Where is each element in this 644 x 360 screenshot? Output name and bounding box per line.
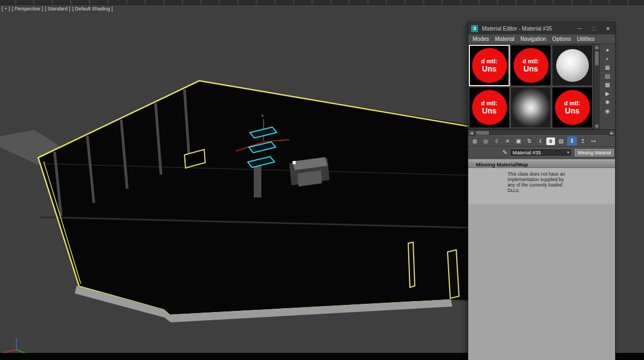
options-icon[interactable]: ✱ [602, 98, 613, 106]
material-slot-6[interactable]: d mtl: Uns [552, 87, 593, 128]
sample-slots-area: d mtl: Uns d mtl: Uns d mtl: Un [468, 44, 615, 129]
door-frame-1 [408, 242, 415, 287]
rollout-text-line: implementation supplied by [508, 177, 615, 182]
maximize-button[interactable]: ▢ [587, 22, 601, 34]
rollout-text-line: This class does not have an [508, 171, 615, 177]
material-editor-window: 3 Material Editor - Material #35 — ▢ ✕ M… [468, 22, 616, 360]
get-material-icon[interactable]: ◍ [470, 136, 480, 146]
sample-slot-grid: d mtl: Uns d mtl: Uns d mtl: Un [468, 44, 594, 129]
material-type-button[interactable]: Missing Material [575, 149, 614, 157]
missing-material-preview: d mtl: Uns [472, 90, 507, 125]
slot-vertical-scrollbar[interactable]: ▲ ▼ [594, 44, 600, 129]
material-name-row: ✎ Material #35 ▾ Missing Material [468, 147, 615, 159]
material-editor-menubar: Modes Material Navigation Options Utilit… [468, 34, 615, 44]
sphere-preview [556, 49, 589, 82]
material-name-value: Material #35 [512, 149, 541, 155]
sample-type-icon[interactable]: ● [602, 45, 613, 54]
minimize-button[interactable]: — [573, 22, 587, 34]
rollout-collapse-icon: − [468, 161, 476, 167]
material-id-channel-icon[interactable]: 0 [546, 137, 555, 145]
menu-options[interactable]: Options [552, 36, 571, 42]
video-color-check-icon[interactable]: ▩ [602, 80, 613, 89]
put-to-library-icon[interactable]: ⇓ [535, 136, 545, 146]
material-slot-3[interactable] [552, 45, 593, 86]
viewport-general-menu[interactable]: [ + ] [2, 6, 10, 11]
menu-material[interactable]: Material [495, 36, 515, 42]
scrollbar-thumb[interactable] [594, 51, 599, 66]
rollout-text-line: any of the currently loaded [508, 182, 615, 188]
app-icon: 3 [471, 25, 478, 32]
go-to-parent-icon[interactable]: ↥ [578, 136, 588, 146]
menu-navigation[interactable]: Navigation [521, 36, 546, 42]
show-shaded-material-icon[interactable]: ▨ [556, 136, 566, 146]
material-toolbar: ◍ ◎ ◊ ✕ ▣ ⇅ ⇓ 0 ▨ ‖ ↥ ↦ [468, 135, 615, 147]
viewport-label: [ + ] [ Perspective ] [ Standard ] [ Def… [2, 6, 113, 11]
scroll-up-icon[interactable]: ▲ [594, 44, 600, 50]
application-window: z [ + ] [ Perspective ] [ Standard ] [ D… [0, 0, 644, 360]
material-slot-1[interactable]: d mtl: Uns [469, 45, 510, 86]
viewport-shading-menu[interactable]: [ Default Shading ] [72, 6, 112, 11]
scroll-left-icon[interactable]: ◀ [468, 130, 475, 136]
world-axis-gizmo [3, 338, 28, 355]
missing-material-rollout-header[interactable]: − Missing Material/Map [468, 160, 615, 168]
go-forward-to-sibling-icon[interactable]: ↦ [589, 136, 599, 146]
window-title: Material Editor - Material #35 [478, 26, 573, 32]
missing-material-preview: d mtl: Uns [514, 48, 548, 83]
make-material-copy-icon[interactable]: ▣ [514, 136, 523, 146]
menu-utilities[interactable]: Utilities [577, 36, 594, 42]
select-by-material-icon[interactable]: ◉ [602, 106, 613, 115]
selected-shelves[interactable] [248, 127, 277, 167]
assign-material-to-selection-icon[interactable]: ◊ [492, 136, 502, 146]
show-end-result-icon[interactable]: ‖ [567, 136, 577, 146]
slot-horizontal-scrollbar[interactable]: ◀ ▶ [468, 129, 615, 135]
sample-tools-column: ● ◐ ▦ ▤ ▩ ▶ ✱ ◉ [600, 44, 615, 129]
missing-material-rollout-body: This class does not have an implementati… [468, 168, 615, 204]
room-walls [38, 81, 483, 315]
viewport-renderer-menu[interactable]: [ Standard ] [45, 6, 70, 11]
material-slot-5[interactable] [510, 87, 551, 128]
slot-side-tools: ▲ ▼ ● ◐ ▦ ▤ ▩ ▶ ✱ ◉ [594, 44, 615, 129]
close-button[interactable]: ✕ [601, 22, 615, 34]
missing-material-preview: d mtl: Uns [472, 48, 507, 83]
rollout-empty-area [468, 204, 615, 360]
missing-material-preview: d mtl: Uns [555, 90, 590, 125]
scroll-down-icon[interactable]: ▼ [594, 123, 600, 129]
svg-text:z: z [261, 113, 264, 118]
material-slot-4[interactable]: d mtl: Uns [469, 87, 510, 128]
scroll-right-icon[interactable]: ▶ [609, 130, 615, 136]
make-unique-icon[interactable]: ⇅ [524, 136, 534, 146]
background-icon[interactable]: ▦ [602, 63, 613, 71]
put-material-to-scene-icon[interactable]: ◎ [481, 136, 491, 146]
pick-material-eyedropper-icon[interactable]: ✎ [500, 149, 510, 156]
sample-uv-tiling-icon[interactable]: ▤ [602, 71, 613, 80]
material-name-dropdown[interactable]: Material #35 ▾ [510, 148, 572, 157]
menu-modes[interactable]: Modes [473, 36, 489, 42]
rollout-title: Missing Material/Map [476, 161, 528, 167]
scrollbar-thumb[interactable] [475, 130, 490, 135]
reset-map-icon[interactable]: ✕ [503, 136, 512, 146]
material-editor-lower: − Missing Material/Map This class does n… [468, 159, 615, 360]
make-preview-icon[interactable]: ▶ [602, 89, 613, 98]
material-slot-2[interactable]: d mtl: Uns [510, 45, 551, 86]
chevron-down-icon: ▾ [567, 150, 569, 155]
material-editor-titlebar[interactable]: 3 Material Editor - Material #35 — ▢ ✕ [468, 22, 615, 34]
backlight-icon[interactable]: ◐ [602, 54, 613, 63]
viewport-pov-menu[interactable]: [ Perspective ] [12, 6, 43, 11]
rollout-text-line: DLLs. [508, 188, 615, 193]
